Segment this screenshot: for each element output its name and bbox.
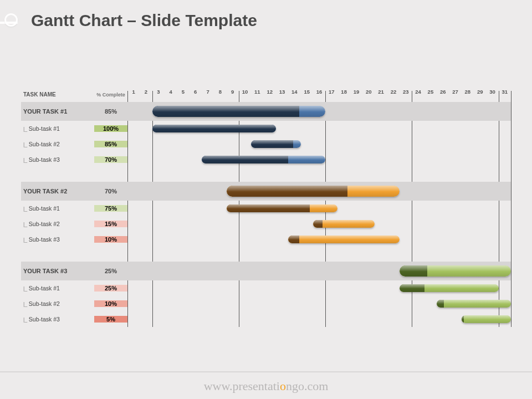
day-label: 22	[387, 89, 400, 95]
gantt-rows: YOUR TASK #185%Sub-task #1100%Sub-task #…	[21, 102, 511, 327]
pct-complete: 15%	[94, 221, 127, 227]
corner-decoration	[0, 10, 21, 35]
day-label: 27	[449, 89, 462, 95]
pct-complete: 70%	[94, 188, 127, 195]
task-label: YOUR TASK #3	[21, 268, 94, 274]
footer-divider	[0, 371, 532, 372]
day-label: 16	[313, 89, 325, 95]
subtask-row: Sub-task #215%	[21, 216, 511, 232]
subtask-label: Sub-task #1	[21, 125, 94, 132]
page-title: Gantt Chart – Slide Template	[31, 11, 257, 30]
day-label: 1	[127, 89, 140, 95]
day-label: 19	[350, 89, 362, 95]
day-label: 7	[202, 89, 214, 95]
task-label: YOUR TASK #1	[21, 108, 94, 115]
day-label: 10	[239, 89, 251, 95]
task-label: YOUR TASK #2	[21, 188, 94, 195]
subtask-bar	[288, 236, 400, 243]
day-label: 6	[190, 89, 202, 95]
footer-url: www.presentationgo.com	[0, 379, 532, 393]
subtask-row: Sub-task #310%	[21, 232, 511, 247]
task-row: YOUR TASK #185%	[21, 102, 511, 121]
bar-area	[127, 296, 511, 311]
bar-area	[127, 136, 511, 152]
subtask-row: Sub-task #370%	[21, 152, 511, 167]
pct-complete: 70%	[94, 156, 127, 163]
day-label: 8	[214, 89, 226, 95]
subtask-label: Sub-task #2	[21, 221, 94, 227]
subtask-label: Sub-task #3	[21, 236, 94, 243]
day-label: 13	[276, 89, 288, 95]
subtask-bar	[152, 125, 276, 132]
pct-complete: 10%	[94, 300, 127, 307]
bar-area	[127, 232, 511, 247]
pct-complete: 25%	[94, 268, 127, 274]
day-label: 4	[165, 89, 177, 95]
subtask-row: Sub-task #35%	[21, 311, 511, 327]
task-bar	[400, 265, 511, 277]
day-label: 25	[424, 89, 437, 95]
pct-complete: 25%	[94, 285, 127, 291]
day-label: 26	[437, 89, 449, 95]
subtask-bar	[462, 315, 511, 323]
gantt-header: TASK NAME % Complete 1234567891011121314…	[21, 86, 511, 98]
header-pct-complete: % Complete	[94, 92, 127, 98]
subtask-label: Sub-task #1	[21, 285, 94, 291]
day-label: 29	[474, 89, 486, 95]
day-label: 24	[412, 89, 424, 95]
bar-area	[127, 262, 511, 280]
task-row: YOUR TASK #270%	[21, 182, 511, 201]
subtask-bar	[251, 140, 300, 148]
subtask-label: Sub-task #3	[21, 156, 94, 163]
bar-area	[127, 152, 511, 167]
subtask-bar	[400, 284, 499, 292]
subtask-row: Sub-task #1100%	[21, 121, 511, 136]
day-label: 3	[152, 89, 165, 95]
task-row: YOUR TASK #325%	[21, 262, 511, 280]
pct-complete: 100%	[94, 125, 127, 132]
day-label: 28	[462, 89, 474, 95]
day-label: 20	[362, 89, 375, 95]
task-bar	[152, 106, 326, 117]
day-label: 17	[325, 89, 337, 95]
bar-area	[127, 182, 511, 201]
subtask-row: Sub-task #210%	[21, 296, 511, 311]
subtask-row: Sub-task #285%	[21, 136, 511, 152]
pct-complete: 85%	[94, 141, 127, 147]
pct-complete: 5%	[94, 316, 127, 323]
day-label: 12	[264, 89, 276, 95]
subtask-label: Sub-task #1	[21, 205, 94, 212]
day-label: 21	[375, 89, 387, 95]
subtask-bar	[437, 300, 511, 308]
header-days: 1234567891011121314151617181920212223242…	[127, 86, 511, 98]
day-label: 5	[177, 89, 189, 95]
bar-area	[127, 201, 511, 216]
day-label: 23	[400, 89, 412, 95]
bar-area	[127, 102, 511, 121]
pct-complete: 85%	[94, 108, 127, 115]
subtask-row: Sub-task #175%	[21, 201, 511, 216]
subtask-bar	[313, 220, 375, 228]
task-bar	[227, 186, 400, 197]
subtask-bar	[227, 204, 338, 212]
subtask-row: Sub-task #125%	[21, 280, 511, 296]
pct-complete: 75%	[94, 205, 127, 212]
pct-complete: 10%	[94, 236, 127, 243]
day-label: 18	[338, 89, 350, 95]
gantt-chart: TASK NAME % Complete 1234567891011121314…	[21, 86, 511, 327]
bar-area	[127, 216, 511, 232]
day-label: 2	[140, 89, 152, 95]
subtask-bar	[202, 156, 325, 163]
day-label: 31	[499, 89, 511, 95]
subtask-label: Sub-task #3	[21, 316, 94, 323]
day-label: 30	[487, 89, 499, 95]
subtask-label: Sub-task #2	[21, 141, 94, 147]
bar-area	[127, 311, 511, 327]
subtask-label: Sub-task #2	[21, 300, 94, 307]
bar-area	[127, 121, 511, 136]
day-label: 9	[227, 89, 239, 95]
bar-area	[127, 280, 511, 296]
header-task-name: TASK NAME	[21, 91, 94, 98]
day-label: 14	[288, 89, 300, 95]
day-label: 15	[301, 89, 313, 95]
